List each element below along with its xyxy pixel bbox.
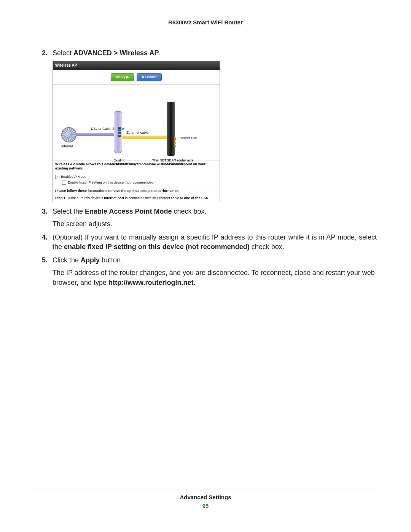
cable-dsl xyxy=(76,133,115,136)
step-number: 2. xyxy=(42,48,48,58)
cancel-button[interactable]: ✕ Cancel xyxy=(137,73,162,81)
enable-ap-label: Enable AP Mode xyxy=(61,174,86,179)
document-header: R6300v2 Smart WiFi Router xyxy=(34,19,377,26)
step-number: 3. xyxy=(42,207,48,216)
internet-label: Internet xyxy=(61,144,73,149)
screenshot-toolbar: Apply ▶ ✕ Cancel xyxy=(53,70,220,85)
instruction-step-1: Step 1: Make sure this device's Internet… xyxy=(53,195,220,202)
step-2: 2. Select ADVANCED > Wireless AP. Wirele… xyxy=(53,48,377,202)
step-text: Select the Enable Access Point Mode chec… xyxy=(53,208,207,215)
step-5: 5. Click the Apply button. The IP addres… xyxy=(53,256,377,288)
netgear-caption: This NETGEAR router acts as Wireless AP xyxy=(152,159,194,166)
screenshot-titlebar: Wireless AP xyxy=(53,61,220,70)
modem-caption: Existing Router/Gateway xyxy=(112,159,127,166)
fixed-ip-label: Enable fixed IP setting on this device (… xyxy=(68,180,155,185)
instructions-heading: Please follow these instructions to have… xyxy=(53,187,220,195)
step-text: (Optional) If you want to manually assig… xyxy=(53,233,377,251)
step-subtext: The screen adjusts. xyxy=(53,219,377,229)
fixed-ip-checkbox[interactable] xyxy=(62,181,66,185)
footer-divider xyxy=(34,489,377,489)
netgear-router-icon xyxy=(167,102,175,156)
step-number: 4. xyxy=(42,233,48,242)
step-subtext: The IP address of the router changes, an… xyxy=(53,268,377,287)
diagram: Internet DSL or Cable Service Ethernet c… xyxy=(53,85,220,161)
step-text: Select ADVANCED > Wireless AP. xyxy=(53,49,161,57)
internet-port-label: Internet Port xyxy=(178,136,198,141)
step-4: 4. (Optional) If you want to manually as… xyxy=(53,233,377,252)
internet-globe-icon xyxy=(61,127,76,142)
page-footer: Advanced Settings 95 xyxy=(34,489,377,509)
step-number: 5. xyxy=(42,256,48,265)
page-number: 95 xyxy=(34,503,377,509)
step-text: Click the Apply button. xyxy=(53,256,123,264)
screenshot-panel: Wireless AP Apply ▶ ✕ Cancel Internet DS… xyxy=(53,61,220,202)
checkbox-group: ✓ Enable AP Mode Enable fixed IP setting… xyxy=(53,173,220,187)
ethernet-label: Ethernet cable xyxy=(126,131,148,135)
modem-icon xyxy=(114,111,122,153)
cable-ethernet xyxy=(121,136,168,139)
enable-ap-checkbox[interactable]: ✓ xyxy=(55,175,59,179)
footer-section-title: Advanced Settings xyxy=(34,494,377,500)
apply-button[interactable]: Apply ▶ xyxy=(111,73,134,81)
step-3: 3. Select the Enable Access Point Mode c… xyxy=(53,207,377,229)
